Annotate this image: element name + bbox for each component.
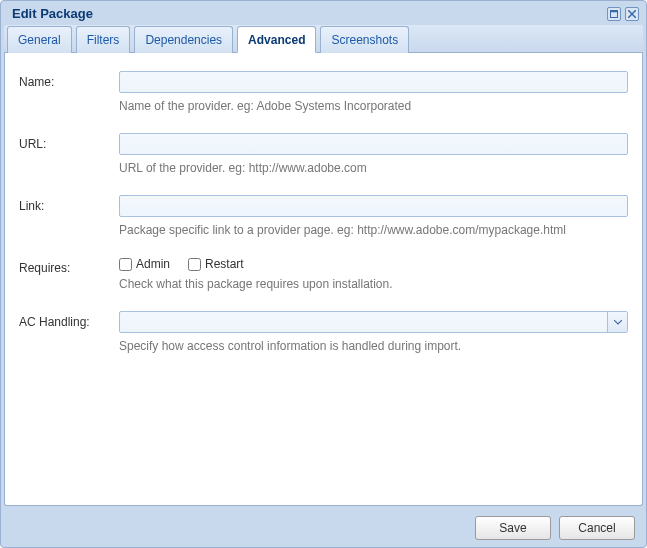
cancel-button[interactable]: Cancel	[559, 516, 635, 540]
chevron-down-icon[interactable]	[607, 312, 627, 332]
row-link: Link: Package specific link to a provide…	[19, 195, 628, 237]
tab-filters[interactable]: Filters	[76, 26, 131, 53]
window-controls	[607, 7, 639, 21]
achandling-hint: Specify how access control information i…	[119, 339, 628, 353]
close-icon[interactable]	[625, 7, 639, 21]
maximize-icon[interactable]	[607, 7, 621, 21]
row-requires: Requires: Admin Restart Check what this …	[19, 257, 628, 291]
tab-general[interactable]: General	[7, 26, 72, 53]
achandling-label: AC Handling:	[19, 311, 119, 329]
restart-checkbox-wrap[interactable]: Restart	[188, 257, 244, 271]
row-name: Name: Name of the provider. eg: Adobe Sy…	[19, 71, 628, 113]
tab-advanced[interactable]: Advanced	[237, 26, 316, 53]
tab-strip: General Filters Dependencies Advanced Sc…	[4, 25, 643, 53]
requires-hint: Check what this package requires upon in…	[119, 277, 628, 291]
link-input[interactable]	[119, 195, 628, 217]
name-input[interactable]	[119, 71, 628, 93]
achandling-value	[120, 317, 132, 323]
url-label: URL:	[19, 133, 119, 151]
link-hint: Package specific link to a provider page…	[119, 223, 628, 237]
edit-package-dialog: Edit Package General Filters Dependencie…	[0, 0, 647, 548]
restart-checkbox[interactable]	[188, 258, 201, 271]
restart-checkbox-label: Restart	[205, 257, 244, 271]
name-label: Name:	[19, 71, 119, 89]
url-hint: URL of the provider. eg: http://www.adob…	[119, 161, 628, 175]
dialog-title: Edit Package	[12, 6, 93, 21]
tab-screenshots[interactable]: Screenshots	[320, 26, 409, 53]
url-input[interactable]	[119, 133, 628, 155]
name-hint: Name of the provider. eg: Adobe Systems …	[119, 99, 628, 113]
row-url: URL: URL of the provider. eg: http://www…	[19, 133, 628, 175]
link-label: Link:	[19, 195, 119, 213]
save-button[interactable]: Save	[475, 516, 551, 540]
admin-checkbox[interactable]	[119, 258, 132, 271]
tab-dependencies[interactable]: Dependencies	[134, 26, 233, 53]
row-achandling: AC Handling: Specify how access control …	[19, 311, 628, 353]
title-bar: Edit Package	[4, 4, 643, 25]
achandling-select[interactable]	[119, 311, 628, 333]
admin-checkbox-label: Admin	[136, 257, 170, 271]
admin-checkbox-wrap[interactable]: Admin	[119, 257, 170, 271]
advanced-panel: Name: Name of the provider. eg: Adobe Sy…	[4, 53, 643, 506]
requires-label: Requires:	[19, 257, 119, 275]
dialog-footer: Save Cancel	[4, 506, 643, 544]
